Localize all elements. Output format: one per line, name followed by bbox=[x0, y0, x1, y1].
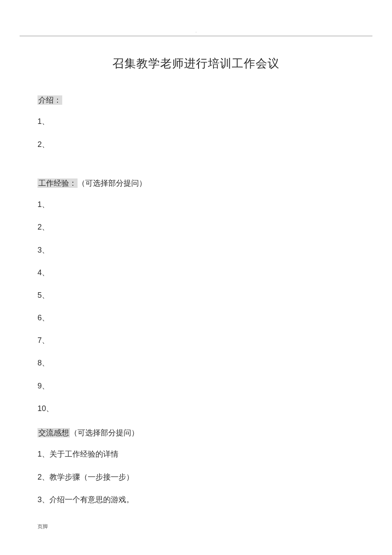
thoughts-label-text: 交流感想 bbox=[37, 428, 70, 437]
list-item: 1、 bbox=[37, 199, 355, 210]
page-footer: 页脚 bbox=[37, 523, 48, 530]
list-item: 1、 bbox=[37, 116, 355, 127]
thoughts-hint: （可选择部分提问） bbox=[70, 428, 139, 437]
list-item: 6、 bbox=[37, 313, 355, 323]
intro-label-text: 介绍： bbox=[37, 95, 62, 105]
page-content: 召集教学老师进行培训工作会议 介绍： 1、 2、 工作经验：（可选择部分提问） … bbox=[0, 36, 392, 505]
list-item: 7、 bbox=[37, 335, 355, 346]
list-item: 4、 bbox=[37, 267, 355, 278]
list-item: 5、 bbox=[37, 290, 355, 301]
header-dot: . bbox=[0, 0, 392, 33]
list-item: 1、关于工作经验的详情 bbox=[37, 449, 355, 460]
list-item: 2、教学步骤（一步接一步） bbox=[37, 472, 355, 483]
experience-label-text: 工作经验： bbox=[37, 178, 78, 188]
page-title: 召集教学老师进行培训工作会议 bbox=[37, 56, 355, 71]
experience-hint: （可选择部分提问） bbox=[78, 179, 147, 187]
list-item: 2、 bbox=[37, 139, 355, 150]
list-item: 3、 bbox=[37, 245, 355, 256]
list-item: 8、 bbox=[37, 358, 355, 368]
section-intro-label: 介绍： bbox=[37, 93, 355, 107]
list-item: 10、 bbox=[37, 403, 355, 414]
section-experience-label: 工作经验：（可选择部分提问） bbox=[37, 176, 355, 190]
section-thoughts-label: 交流感想（可选择部分提问） bbox=[37, 426, 355, 440]
list-item: 2、 bbox=[37, 222, 355, 233]
list-item: 3、介绍一个有意思的游戏。 bbox=[37, 495, 355, 505]
list-item: 9、 bbox=[37, 381, 355, 391]
